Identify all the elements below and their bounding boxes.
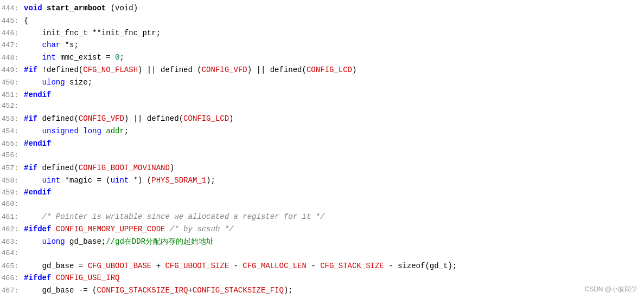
line-content: #ifdef CONFIG_MEMORY_UPPER_CODE /* by sc…: [24, 223, 640, 235]
table-row: 454: unsigned long addr;: [0, 125, 644, 138]
token: (void): [106, 4, 138, 12]
line-content: #if !defined(CFG_NO_FLASH) || defined (C…: [24, 64, 640, 76]
line-number: 453:: [0, 114, 24, 125]
token: #endif: [24, 188, 51, 197]
line-number: 466:: [0, 273, 24, 284]
line-number: 463:: [0, 237, 24, 248]
token: unsigned: [42, 127, 79, 135]
line-content: #if defined(CONFIG_VFD) || defined(CONFI…: [24, 113, 640, 125]
token: CFG_STACK_SIZE: [320, 262, 384, 270]
token: gd_base -= (: [24, 286, 97, 295]
token: -: [229, 262, 243, 270]
token: CFG_UBOOT_BASE: [88, 262, 152, 270]
line-number: 446:: [0, 28, 24, 40]
line-content: char *s;: [24, 39, 640, 51]
line-content: /* Pointer is writable since we allocate…: [24, 211, 640, 223]
table-row: 457:#if defined(CONFIG_BOOT_MOVINAND): [0, 162, 644, 174]
token: #if: [24, 164, 37, 172]
line-content: init_fnc_t **init_fnc_ptr;: [24, 27, 640, 39]
line-number: 460:: [0, 199, 24, 210]
line-number: 459:: [0, 187, 24, 199]
line-number: 461:: [0, 212, 24, 223]
line-content: void start_armboot (void): [24, 2, 640, 14]
table-row: 451:#endif: [0, 89, 644, 101]
table-row: 463: ulong gd_base;//gd在DDR分配内存的起始地址: [0, 236, 644, 248]
token: *magic = (: [60, 176, 110, 185]
token: defined(: [37, 164, 79, 172]
table-row: 465: gd_base = CFG_UBOOT_BASE + CFG_UBOO…: [0, 260, 644, 272]
line-number: 464:: [0, 248, 24, 259]
line-number: 450:: [0, 77, 24, 89]
token: ): [352, 66, 356, 74]
token: [24, 78, 42, 87]
table-row: 448: int mmc_exist = 0;: [0, 51, 644, 64]
token: [24, 41, 42, 49]
token: gd_base;: [65, 237, 106, 246]
token: #endif: [24, 90, 51, 99]
token: /* Pointer is writable since we allocate…: [42, 212, 325, 221]
token: CONFIG_VFD: [79, 114, 124, 123]
token: //gd在DDR分配内存的起始地址: [106, 237, 214, 246]
table-row: 444:void start_armboot (void): [0, 2, 644, 15]
line-content: gd_base = CFG_UBOOT_BASE + CFG_UBOOT_SIZ…: [24, 260, 640, 272]
token: int: [42, 53, 56, 62]
line-number: 452:: [0, 101, 24, 112]
line-content: #endif: [24, 89, 640, 101]
token: CFG_MALLOC_LEN: [243, 262, 307, 270]
token: [101, 127, 106, 135]
token: CONFIG_STACKSIZE_IRQ: [97, 286, 188, 295]
line-content: ulong gd_base;//gd在DDR分配内存的起始地址: [24, 236, 640, 248]
token: ulong: [42, 237, 65, 246]
line-content: gd_base -= (CONFIG_STACKSIZE_IRQ+CONFIG_…: [24, 284, 640, 296]
token: [24, 53, 42, 62]
line-number: 467:: [0, 285, 24, 297]
table-row: 461: /* Pointer is writable since we all…: [0, 211, 644, 223]
table-row: 466:#ifdef CONFIG_USE_IRQ: [0, 272, 644, 284]
line-content: #endif//CONFIG_USE_IRQ: [24, 297, 640, 299]
token: CFG_NO_FLASH: [83, 66, 138, 74]
table-row: 455:#endif: [0, 138, 644, 150]
table-row: 450: ulong size;: [0, 76, 644, 89]
line-number: 465:: [0, 261, 24, 272]
token: ): [170, 164, 174, 172]
line-number: 444:: [0, 3, 24, 15]
token: +: [151, 262, 165, 270]
token: CFG_UBOOT_SIZE: [165, 262, 229, 270]
token: );: [284, 286, 293, 295]
token: [24, 127, 42, 135]
token: char: [42, 41, 61, 49]
table-row: 452:: [0, 101, 644, 113]
token: CONFIG_BOOT_MOVINAND: [79, 164, 170, 172]
token: addr: [106, 127, 124, 135]
line-number: 445:: [0, 16, 24, 27]
token: ) || defined(: [124, 114, 183, 123]
token: CONFIG_STACKSIZE_FIQ: [193, 286, 284, 295]
table-row: 464:: [0, 248, 644, 260]
token: gd_base =: [24, 262, 88, 270]
token: void: [24, 4, 47, 12]
token: ulong: [42, 78, 65, 87]
token: CONFIG_LCD: [183, 114, 229, 123]
line-number: 447:: [0, 40, 24, 51]
line-number: 449:: [0, 65, 24, 76]
token: #endif: [24, 139, 51, 148]
table-row: 453:#if defined(CONFIG_VFD) || defined(C…: [0, 113, 644, 125]
token: #if: [24, 114, 37, 123]
line-content: #endif: [24, 138, 640, 150]
line-number: 457:: [0, 163, 24, 174]
token: size;: [65, 78, 92, 87]
line-number: 462:: [0, 224, 24, 236]
token: [24, 212, 42, 221]
token: /* by scsuh */: [165, 225, 233, 233]
token: *) (: [129, 176, 151, 185]
token: long: [83, 127, 101, 135]
table-row: 447: char *s;: [0, 39, 644, 51]
token: init_fnc_t **init_fnc_ptr;: [24, 29, 161, 37]
line-content: #if defined(CONFIG_BOOT_MOVINAND): [24, 162, 640, 174]
code-editor: 444:void start_armboot (void)445:{446: i…: [0, 0, 644, 299]
table-row: 460:: [0, 199, 644, 211]
line-content: uint *magic = (uint *) (PHYS_SDRAM_1);: [24, 174, 640, 186]
line-content: #ifdef CONFIG_USE_IRQ: [24, 272, 640, 284]
token: {: [24, 16, 28, 25]
token: *s;: [60, 41, 79, 49]
